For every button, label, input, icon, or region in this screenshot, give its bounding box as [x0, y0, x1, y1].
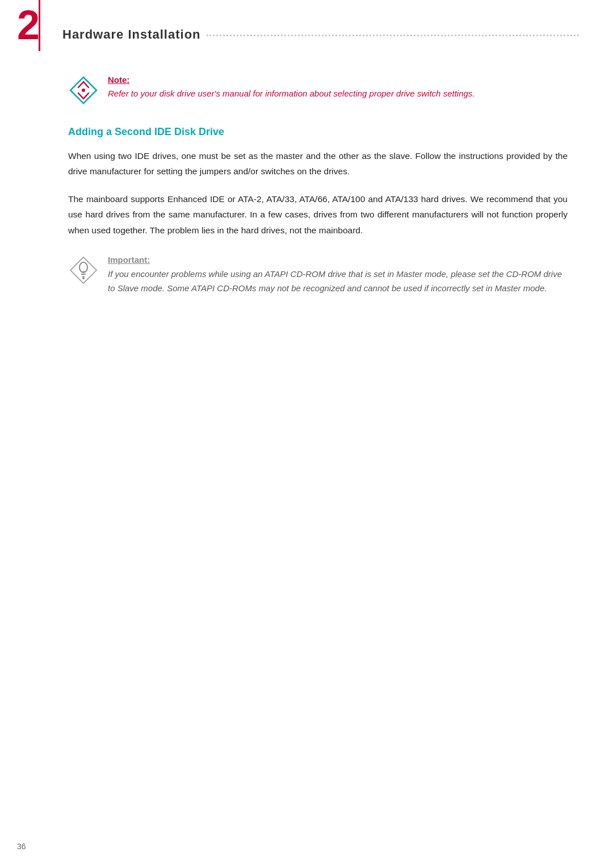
svg-point-1: [82, 89, 85, 92]
note-text: Refer to your disk drive user's manual f…: [108, 87, 568, 100]
header-border-accent: [39, 0, 40, 51]
important-box: Important: If you encounter problems whi…: [68, 255, 568, 296]
chapter-number: 2: [17, 5, 40, 45]
important-icon-svg: [68, 255, 99, 286]
important-text: If you encounter problems while using an…: [108, 267, 568, 296]
header-title-area: Hardware Installation: [62, 10, 579, 47]
page: 2 Hardware Installation: [0, 0, 613, 868]
svg-point-3: [79, 262, 87, 272]
svg-point-7: [82, 277, 85, 279]
header-dots: [207, 33, 579, 36]
note-title: Note:: [108, 75, 568, 85]
page-header: 2 Hardware Installation: [0, 0, 613, 52]
note-content: Note: Refer to your disk drive user's ma…: [108, 75, 568, 100]
note-icon-svg: [68, 75, 99, 106]
header-title: Hardware Installation: [62, 27, 201, 42]
important-icon: [68, 255, 99, 286]
section-heading: Adding a Second IDE Disk Drive: [68, 126, 568, 138]
paragraph-1: When using two IDE drives, one must be s…: [68, 148, 568, 179]
header-dots-line: [207, 35, 579, 36]
svg-marker-2: [70, 257, 96, 283]
important-title: Important:: [108, 255, 568, 265]
page-number: 36: [17, 842, 26, 851]
note-icon: [68, 75, 99, 106]
important-content: Important: If you encounter problems whi…: [108, 255, 568, 296]
paragraph-2: The mainboard supports Enhanced IDE or A…: [68, 191, 568, 237]
page-content: Note: Refer to your disk drive user's ma…: [0, 52, 613, 330]
note-box: Note: Refer to your disk drive user's ma…: [68, 75, 568, 106]
